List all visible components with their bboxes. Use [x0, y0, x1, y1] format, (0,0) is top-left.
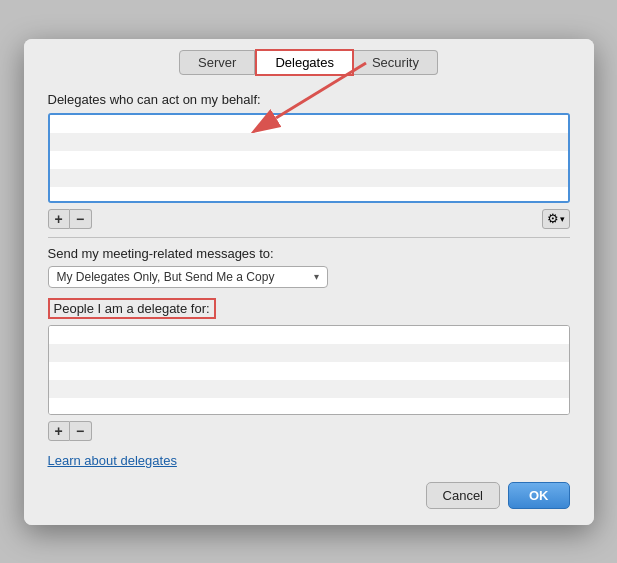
tab-security[interactable]: Security [354, 50, 438, 75]
ok-button[interactable]: OK [508, 482, 570, 509]
send-meetings-dropdown-value: My Delegates Only, But Send Me a Copy [57, 270, 275, 284]
delegates-gear-button[interactable]: ⚙ ▾ [542, 209, 570, 229]
dropdown-arrow-icon: ▾ [314, 271, 319, 282]
people-list-box [48, 325, 570, 415]
cancel-button[interactable]: Cancel [426, 482, 500, 509]
people-section-label: People I am a delegate for: [48, 298, 216, 319]
dialog-footer: Cancel OK [24, 472, 594, 509]
delegates-section-label: Delegates who can act on my behalf: [48, 92, 570, 107]
tab-bar: Server Delegates Security [24, 39, 594, 76]
gear-dropdown-arrow: ▾ [560, 214, 565, 224]
learn-about-delegates-link[interactable]: Learn about delegates [48, 453, 177, 468]
gear-icon: ⚙ [547, 211, 559, 226]
send-meetings-label: Send my meeting-related messages to: [48, 246, 570, 261]
delegates-remove-button[interactable]: − [70, 209, 92, 229]
tab-delegates[interactable]: Delegates [255, 49, 354, 76]
delegates-list-box [48, 113, 570, 203]
people-add-button[interactable]: + [48, 421, 70, 441]
delegates-add-button[interactable]: + [48, 209, 70, 229]
tab-server[interactable]: Server [179, 50, 255, 75]
send-meetings-dropdown[interactable]: My Delegates Only, But Send Me a Copy ▾ [48, 266, 328, 288]
people-controls: + − [48, 421, 570, 441]
section-divider [48, 237, 570, 238]
people-remove-button[interactable]: − [70, 421, 92, 441]
delegates-controls: + − ⚙ ▾ [48, 209, 570, 229]
